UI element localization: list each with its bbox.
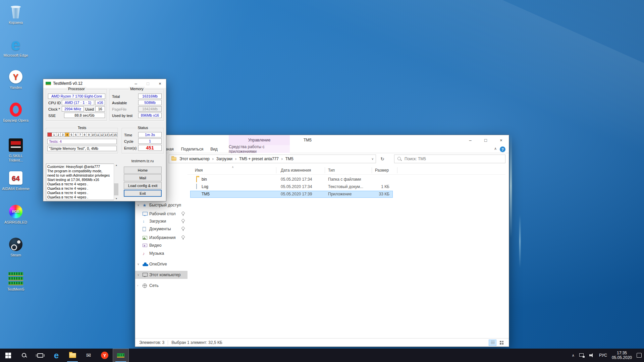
clock-label: Clock * bbox=[48, 107, 60, 111]
breadcrumb-separator-icon[interactable]: › bbox=[281, 157, 283, 161]
column-header-date[interactable]: Дата изменения bbox=[281, 168, 311, 173]
breadcrumb-preset-folder[interactable]: TM5 + preset anta777 bbox=[237, 157, 281, 161]
refresh-button[interactable]: ↻ bbox=[378, 155, 387, 163]
sidebar-item-videos[interactable]: Видео bbox=[135, 241, 187, 249]
pictures-icon bbox=[143, 236, 147, 240]
explorer-titlebar[interactable]: ∨ Управление TM5 – □ × bbox=[135, 135, 509, 145]
sse-label: SSE bbox=[48, 114, 56, 118]
task-view-button[interactable] bbox=[32, 349, 48, 362]
search-box[interactable]: Поиск: TM5 bbox=[394, 155, 505, 163]
tm5-test-cell-10: 10 bbox=[91, 132, 96, 137]
exit-button[interactable]: Exit bbox=[124, 190, 162, 197]
desktop-icon-asrrgbled[interactable]: ASRRGBLED bbox=[1, 204, 30, 225]
breadcrumb-separator-icon[interactable]: › bbox=[235, 157, 236, 161]
desktop-icon-gskill[interactable]: G.SKILL Trident... bbox=[1, 137, 30, 163]
start-button[interactable] bbox=[0, 349, 16, 362]
chevron-down-icon[interactable]: ∨ bbox=[137, 203, 140, 207]
language-indicator[interactable]: РУС bbox=[597, 349, 609, 362]
sidebar-item-network[interactable]: › Сеть bbox=[135, 282, 187, 290]
testmem-site-link[interactable]: testmem.tz.ru bbox=[122, 159, 163, 163]
column-header-name[interactable]: Имя bbox=[195, 168, 203, 173]
column-header-type[interactable]: Тип bbox=[328, 168, 335, 173]
tab-share[interactable]: Поделиться bbox=[178, 145, 206, 153]
mail-icon bbox=[86, 352, 91, 359]
help-icon[interactable] bbox=[500, 146, 505, 152]
desktop-icon-opera[interactable]: Браузер Opera bbox=[1, 102, 30, 123]
breadcrumb-downloads[interactable]: Загрузки bbox=[214, 157, 234, 161]
sidebar-item-downloads[interactable]: Загрузки bbox=[135, 217, 187, 225]
file-row-log[interactable]: Log 05.05.2020 17:34 Текстовый докум... … bbox=[190, 183, 393, 190]
taskbar-clock[interactable]: 17:35 05.05.2020 bbox=[609, 349, 634, 362]
sidebar-item-documents[interactable]: Документы bbox=[135, 225, 187, 233]
documents-icon bbox=[143, 227, 146, 231]
desktop-icon-steam[interactable]: Steam bbox=[1, 237, 30, 257]
mail-button[interactable]: Mail bbox=[124, 174, 162, 181]
home-button[interactable]: Home bbox=[124, 167, 162, 174]
breadcrumb-tm5[interactable]: TM5 bbox=[283, 157, 296, 161]
tm5-test-cell-13: 13 bbox=[104, 132, 109, 137]
taskbar-search-button[interactable] bbox=[16, 349, 32, 362]
tm5-test-cell-indicator bbox=[47, 132, 52, 137]
sidebar-item-quick-access[interactable]: ∨ Быстрый доступ bbox=[135, 201, 187, 209]
desktop-icon-edge[interactable]: Microsoft Edge bbox=[1, 37, 30, 58]
desktop-icon-testmem5[interactable]: TestMem5 bbox=[1, 271, 30, 292]
network-icon bbox=[579, 353, 585, 358]
sidebar-item-desktop[interactable]: Рабочий стол bbox=[135, 210, 187, 218]
sidebar-item-onedrive[interactable]: ∨ OneDrive bbox=[135, 260, 187, 268]
chevron-down-icon[interactable]: ∨ bbox=[137, 262, 140, 266]
load-config-button[interactable]: Load config & exit bbox=[124, 182, 162, 189]
thumbnails-view-button[interactable] bbox=[498, 340, 505, 346]
details-view-button[interactable] bbox=[489, 340, 496, 346]
file-row-bin[interactable]: bin 05.05.2020 17:34 Папка с файлами bbox=[190, 176, 393, 183]
scrollbar-thumb[interactable] bbox=[114, 183, 118, 195]
address-dropdown-icon[interactable]: ∨ bbox=[371, 157, 374, 161]
desktop: Корзина Microsoft Edge Yandex Браузер Op… bbox=[0, 0, 644, 362]
sidebar-item-pictures[interactable]: Изображения bbox=[135, 234, 187, 242]
testmem5-icon bbox=[117, 353, 124, 358]
clock-time: 17:35 bbox=[612, 351, 632, 355]
chevron-down-icon[interactable]: ∨ bbox=[137, 273, 140, 277]
testmem5-icon bbox=[8, 272, 23, 285]
sidebar-item-this-pc[interactable]: ∨ Этот компьютер bbox=[135, 271, 187, 279]
network-icon bbox=[143, 284, 147, 288]
address-bar[interactable]: Этот компьютер › Загрузки › TM5 + preset… bbox=[169, 155, 376, 163]
selection-info: Выбран 1 элемент: 32,5 КБ bbox=[171, 340, 222, 345]
tm5-log[interactable]: Customize: Heavy5opt @anta777The program… bbox=[46, 164, 119, 200]
desktop-icon-recycle-bin[interactable]: Корзина bbox=[1, 4, 30, 25]
pin-icon bbox=[181, 227, 185, 231]
hidden-icons-chevron[interactable]: ∧ bbox=[570, 349, 577, 362]
opera-icon bbox=[10, 103, 22, 117]
taskbar: ∧ РУС 17:35 05.05.2020 bbox=[0, 349, 644, 362]
quick-access-icon bbox=[143, 203, 147, 208]
taskbar-testmem5-button[interactable] bbox=[113, 349, 129, 362]
edge-icon bbox=[11, 37, 20, 52]
desktop-icon-yandex[interactable]: Yandex bbox=[1, 69, 30, 90]
total-label: Total bbox=[112, 95, 120, 99]
ribbon-collapse-icon[interactable]: ∧ bbox=[494, 146, 497, 151]
desktop-icon-aida64[interactable]: AIDA64 Extreme bbox=[1, 170, 30, 191]
testmem5-titlebar[interactable]: TestMem5 v0.12 – □ × bbox=[43, 79, 166, 88]
address-folder-icon bbox=[171, 157, 176, 161]
action-center-button[interactable] bbox=[634, 349, 644, 362]
tm5-log-line: Start testing at 17:34, 896Mb x16 bbox=[47, 178, 113, 182]
volume-tray-button[interactable] bbox=[587, 349, 597, 362]
taskbar-mail-button[interactable] bbox=[80, 349, 97, 362]
taskbar-yandex-button[interactable] bbox=[97, 349, 113, 362]
chevron-right-icon[interactable]: › bbox=[137, 284, 138, 287]
tab-app-tools[interactable]: Средства работы с приложениями bbox=[229, 145, 290, 153]
breadcrumb-separator-icon[interactable]: › bbox=[212, 157, 214, 161]
sidebar-item-music[interactable]: Музыка bbox=[135, 249, 187, 257]
tm5-test-cell-2: 2 bbox=[56, 132, 61, 137]
taskbar-edge-button[interactable] bbox=[48, 349, 64, 362]
column-header-size[interactable]: Размер bbox=[375, 168, 389, 173]
taskbar-explorer-button[interactable] bbox=[64, 349, 80, 362]
minimize-button[interactable]: – bbox=[463, 135, 478, 145]
close-button[interactable]: × bbox=[154, 79, 166, 88]
close-button[interactable]: × bbox=[493, 135, 509, 145]
network-tray-button[interactable] bbox=[577, 349, 587, 362]
tab-view[interactable]: Вид bbox=[206, 145, 222, 153]
maximize-button[interactable]: □ bbox=[478, 135, 493, 145]
file-row-tm5-selected[interactable]: TM5 05.05.2020 17:39 Приложение 33 КБ bbox=[190, 191, 393, 198]
log-scrollbar[interactable] bbox=[114, 164, 119, 200]
breadcrumb-this-pc[interactable]: Этот компьютер bbox=[177, 157, 212, 161]
